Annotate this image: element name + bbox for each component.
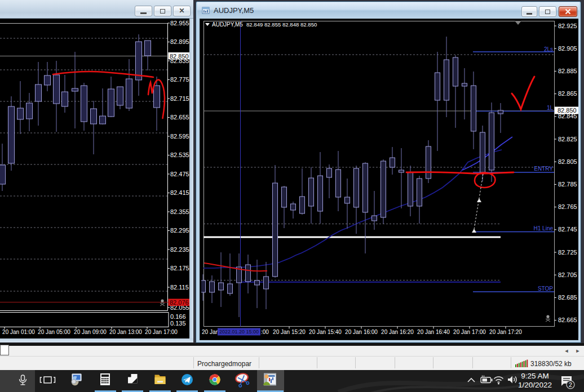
svg-text::00: :00 (261, 329, 269, 335)
svg-text:0.166: 0.166 (170, 313, 186, 320)
svg-text:82.765: 82.765 (558, 203, 577, 210)
svg-text:82.745: 82.745 (558, 226, 577, 233)
svg-text:82.115: 82.115 (170, 284, 189, 291)
svg-text:82.865: 82.865 (558, 90, 577, 97)
svg-text:82.685: 82.685 (558, 294, 577, 301)
svg-text:20 Jan 16:00: 20 Jan 16:00 (345, 329, 378, 335)
svg-text:20 Jan 16:40: 20 Jan 16:40 (417, 329, 450, 335)
svg-text:H1 Line: H1 Line (534, 225, 554, 231)
svg-text:82.905: 82.905 (558, 45, 577, 52)
svg-text:82.235: 82.235 (170, 246, 189, 253)
svg-text:2Ls: 2Ls (544, 46, 553, 52)
svg-text:9:25 AM: 9:25 AM (521, 372, 549, 380)
svg-text:0.135: 0.135 (170, 320, 186, 327)
svg-text:1L: 1L (547, 105, 554, 111)
svg-text:20 Jan 13:00: 20 Jan 13:00 (109, 329, 142, 335)
svg-text:82.655: 82.655 (170, 114, 189, 121)
svg-text:82.955: 82.955 (170, 20, 189, 26)
svg-text:2022.01.20 15:00: 2022.01.20 15:00 (219, 329, 259, 335)
svg-text:STOP: STOP (538, 286, 553, 292)
svg-text:82.355: 82.355 (170, 208, 189, 215)
svg-text:20 Jan 01:00: 20 Jan 01:00 (2, 329, 35, 335)
svg-text:82.535: 82.535 (170, 152, 189, 158)
svg-text:20 Jan 15:20: 20 Jan 15:20 (273, 329, 306, 335)
svg-text:20 Jan 17:00: 20 Jan 17:00 (145, 329, 178, 335)
svg-text:2: 2 (569, 381, 572, 388)
svg-text:82.785: 82.785 (558, 181, 577, 188)
svg-text:82.715: 82.715 (170, 95, 189, 102)
svg-text:82.805: 82.805 (558, 158, 577, 165)
svg-text:20 Jan 05:00: 20 Jan 05:00 (38, 329, 70, 335)
svg-text:82.850: 82.850 (558, 107, 577, 114)
svg-text:82.885: 82.885 (558, 68, 577, 74)
svg-text:82.895: 82.895 (170, 38, 189, 45)
svg-text:82.825: 82.825 (558, 136, 577, 142)
svg-text:20 Jan 17:00: 20 Jan 17:00 (453, 329, 486, 335)
svg-text:82.849 82.855 82.848 82.850: 82.849 82.855 82.848 82.850 (246, 21, 317, 28)
svg-text:20 Jan: 20 Jan (202, 329, 219, 335)
svg-text:82.775: 82.775 (170, 76, 189, 83)
svg-text:82.705: 82.705 (558, 271, 577, 278)
svg-text:20 Jan 16:20: 20 Jan 16:20 (381, 329, 414, 335)
svg-text:1/20/2022: 1/20/2022 (518, 381, 552, 389)
svg-text:82.415: 82.415 (170, 189, 189, 196)
svg-text:82.665: 82.665 (558, 317, 577, 323)
svg-text:82.595: 82.595 (170, 133, 189, 140)
svg-text:20 Jan 15:40: 20 Jan 15:40 (309, 329, 342, 335)
svg-text:20 Jan 17:20: 20 Jan 17:20 (489, 329, 522, 335)
svg-text:82.925: 82.925 (558, 23, 577, 29)
svg-text:ENTRY: ENTRY (534, 166, 553, 172)
svg-text:82.850: 82.850 (170, 53, 189, 60)
svg-text:82.725: 82.725 (558, 249, 577, 256)
svg-text:82.076: 82.076 (170, 299, 189, 306)
svg-text:82.475: 82.475 (170, 171, 189, 177)
svg-text:AUDJPY,M5: AUDJPY,M5 (212, 21, 243, 28)
svg-text:20 Jan 09:00: 20 Jan 09:00 (74, 329, 107, 335)
svg-text:82.295: 82.295 (170, 227, 189, 234)
svg-text:82.175: 82.175 (170, 265, 189, 271)
